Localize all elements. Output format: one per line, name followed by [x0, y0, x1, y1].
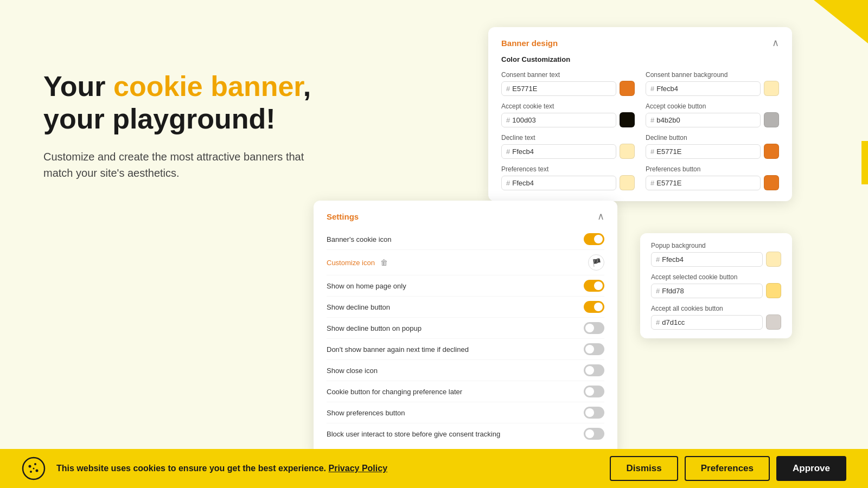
accept-cookie-button-field: Accept cookie button #	[646, 102, 779, 127]
consent-banner-text-input[interactable]	[512, 85, 611, 93]
settings-item-cookie-icon-label: Banner's cookie icon	[327, 235, 392, 243]
settings-item-close-icon: Show close icon	[327, 360, 604, 381]
decline-text-row: #	[501, 144, 635, 159]
svg-point-4	[30, 471, 32, 473]
accept-cookie-button-row: #	[646, 112, 779, 127]
accept-selected-input[interactable]	[662, 287, 758, 295]
preferences-button[interactable]: Preferences	[685, 456, 770, 481]
toggle-show-pref[interactable]	[584, 407, 604, 419]
consent-banner-text-swatch[interactable]	[620, 81, 635, 96]
accept-all-row: #	[651, 314, 781, 330]
toggle-no-show[interactable]	[584, 343, 604, 355]
settings-item-decline-popup: Show decline button on popup	[327, 318, 604, 339]
decline-button-swatch[interactable]	[764, 144, 779, 159]
preferences-text-swatch[interactable]	[620, 175, 635, 190]
accept-cookie-text-input-wrapper[interactable]: #	[501, 113, 616, 127]
preferences-text-input[interactable]	[512, 179, 611, 187]
consent-banner-bg-input[interactable]	[656, 85, 756, 93]
accept-all-input-wrapper[interactable]: #	[651, 315, 763, 330]
dismiss-button[interactable]: Dismiss	[610, 456, 678, 481]
approve-button[interactable]: Approve	[776, 456, 846, 481]
toggle-slider-cookie-icon	[584, 233, 604, 245]
settings-item-no-show-label: Don't show banner again next time if dec…	[327, 345, 469, 354]
hero-title-highlight: cookie banner	[113, 70, 303, 102]
consent-banner-bg-field: Consent banner background #	[646, 71, 779, 96]
preferences-button-field: Preferences button #	[646, 165, 779, 190]
toggle-decline-btn[interactable]	[584, 301, 604, 313]
accept-cookie-text-input[interactable]	[512, 116, 611, 124]
accept-selected-input-wrapper[interactable]: #	[651, 284, 763, 298]
toggle-block-interact[interactable]	[584, 428, 604, 440]
privacy-policy-link[interactable]: Privacy Policy	[329, 464, 388, 473]
accept-cookie-button-input[interactable]	[656, 116, 756, 124]
toggle-slider-decline-popup	[584, 322, 604, 334]
accept-selected-field: Accept selected cookie button #	[651, 273, 781, 298]
hash-symbol: #	[506, 116, 510, 124]
hash-symbol: #	[506, 85, 510, 93]
consent-banner-text-input-wrapper[interactable]: #	[501, 81, 616, 96]
hash-symbol: #	[506, 147, 510, 156]
banner-design-title: Banner design	[501, 38, 558, 48]
settings-collapse-button[interactable]: ∧	[597, 211, 604, 221]
preferences-button-label: Preferences button	[646, 165, 779, 173]
popup-bg-label: Popup background	[651, 242, 781, 249]
toggle-pref-later[interactable]	[584, 386, 604, 397]
decline-text-input-wrapper[interactable]: #	[501, 144, 616, 159]
customize-icon-link[interactable]: Customize icon	[327, 259, 375, 267]
popup-bg-input[interactable]	[662, 255, 758, 264]
toggle-slider-close-icon	[584, 364, 604, 376]
decline-button-input-wrapper[interactable]: #	[646, 144, 761, 159]
toggle-close-icon[interactable]	[584, 364, 604, 376]
accept-all-input[interactable]	[662, 318, 758, 326]
toggle-decline-popup[interactable]	[584, 322, 604, 334]
emoji-picker-icon[interactable]: 🏴	[588, 254, 604, 271]
banner-design-collapse-button[interactable]: ∧	[772, 38, 779, 48]
cookie-banner: This website uses cookies to ensure you …	[0, 449, 868, 488]
settings-item-home-page-label: Show on home page only	[327, 282, 406, 290]
hero-title: Your cookie banner,your playground!	[43, 70, 315, 136]
accept-cookie-button-swatch[interactable]	[764, 112, 779, 127]
popup-bg-swatch[interactable]	[766, 252, 781, 267]
toggle-cookie-icon[interactable]	[584, 233, 604, 245]
preferences-button-input-wrapper[interactable]: #	[646, 176, 761, 190]
hash-symbol: #	[656, 287, 660, 295]
cookie-icon	[22, 457, 46, 480]
color-fields-grid: Consent banner text # Consent banner bac…	[501, 71, 779, 190]
accept-cookie-button-label: Accept cookie button	[646, 102, 779, 110]
decline-text-input[interactable]	[512, 147, 611, 156]
settings-item-block-interact-label: Block user interact to store before give…	[327, 430, 500, 438]
preferences-button-input[interactable]	[656, 179, 756, 187]
consent-banner-bg-input-wrapper[interactable]: #	[646, 81, 761, 96]
toggle-slider-show-pref	[584, 407, 604, 419]
consent-banner-text-field: Consent banner text #	[501, 71, 635, 96]
hero-section: Your cookie banner,your playground! Cust…	[43, 70, 315, 181]
hash-symbol: #	[506, 179, 510, 187]
settings-item-close-icon-label: Show close icon	[327, 367, 378, 375]
decline-button-label: Decline button	[646, 134, 779, 142]
toggle-home-page[interactable]	[584, 280, 604, 292]
settings-item-show-pref-label: Show preferences button	[327, 409, 405, 417]
settings-item-decline-btn-label: Show decline button	[327, 303, 390, 311]
trash-icon[interactable]: 🗑	[380, 258, 388, 267]
decline-text-label: Decline text	[501, 134, 635, 142]
accept-cookie-button-input-wrapper[interactable]: #	[646, 113, 761, 127]
consent-banner-bg-swatch[interactable]	[764, 81, 779, 96]
decline-text-swatch[interactable]	[620, 144, 635, 159]
popup-bg-field: Popup background #	[651, 242, 781, 267]
cookie-banner-text: This website uses cookies to ensure you …	[56, 464, 599, 473]
accept-selected-label: Accept selected cookie button	[651, 273, 781, 281]
decline-button-input[interactable]	[656, 147, 756, 156]
accept-cookie-text-label: Accept cookie text	[501, 102, 635, 110]
settings-item-pref-later-label: Cookie button for changing preference la…	[327, 388, 462, 396]
settings-item-customize-icon: Customize icon 🗑 🏴	[327, 250, 604, 275]
accept-selected-swatch[interactable]	[766, 283, 781, 298]
popup-bg-input-wrapper[interactable]: #	[651, 252, 763, 267]
accept-cookie-text-swatch[interactable]	[620, 112, 635, 127]
settings-item-show-pref: Show preferences button	[327, 402, 604, 423]
accept-all-swatch[interactable]	[766, 314, 781, 330]
settings-item-decline-popup-label: Show decline button on popup	[327, 324, 422, 332]
preferences-button-swatch[interactable]	[764, 175, 779, 190]
accept-cookie-text-row: #	[501, 112, 635, 127]
accept-all-label: Accept all cookies button	[651, 305, 781, 312]
preferences-text-input-wrapper[interactable]: #	[501, 176, 616, 190]
